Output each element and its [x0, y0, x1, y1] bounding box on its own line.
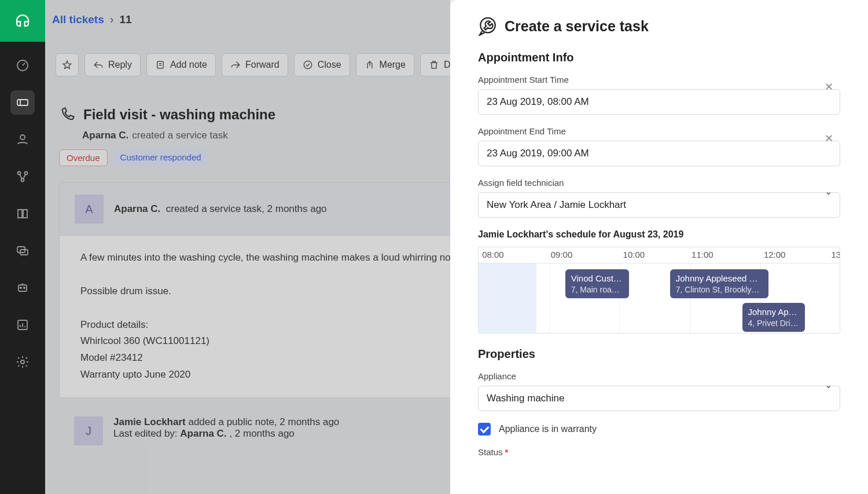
nav-org[interactable] [10, 164, 35, 189]
hour-label: 11:00 [692, 250, 713, 259]
gear-icon [16, 355, 30, 369]
warranty-checkbox[interactable] [478, 423, 491, 436]
appliance-select[interactable] [478, 386, 840, 411]
breadcrumb-id: 11 [119, 13, 131, 26]
nav-tickets[interactable] [10, 90, 35, 115]
merge-icon [365, 60, 375, 70]
panel-title: Create a service task [478, 16, 840, 36]
nav-reports[interactable] [10, 313, 35, 337]
check-circle-icon [303, 60, 313, 70]
ticket-icon [16, 96, 30, 109]
technician-select[interactable] [478, 192, 840, 218]
warranty-label: Appliance is in warranty [499, 424, 597, 434]
label-start-time: Appointment Start Time [478, 75, 840, 85]
chat-icon [16, 244, 30, 258]
merge-button[interactable]: Merge [356, 53, 414, 76]
add-note-button[interactable]: Add note [146, 53, 216, 76]
breadcrumb-root[interactable]: All tickets [52, 13, 104, 26]
chart-icon [16, 318, 30, 332]
svg-point-9 [20, 287, 21, 288]
nodes-icon [16, 170, 30, 184]
nav-dashboard[interactable] [10, 53, 35, 78]
hour-label: 08:00 [482, 250, 504, 259]
close-button[interactable]: Close [294, 53, 350, 76]
gauge-icon [16, 58, 30, 72]
forward-icon [230, 60, 241, 70]
note-icon [155, 60, 165, 70]
star-icon [62, 60, 72, 70]
nav-book[interactable] [10, 202, 35, 226]
nav-chat[interactable] [10, 239, 35, 263]
svg-point-2 [20, 135, 25, 140]
tag-customer-responded: Customer responded [113, 149, 208, 166]
star-button[interactable] [56, 53, 79, 76]
ticket-title: Field visit - washing machine [83, 107, 275, 123]
hour-label: 13 [831, 250, 840, 259]
hour-label: 12:00 [764, 250, 786, 259]
trash-icon [429, 60, 439, 70]
person-icon [16, 133, 30, 147]
avatar: J [74, 416, 103, 445]
end-time-input[interactable] [478, 141, 840, 166]
left-nav [0, 0, 45, 494]
schedule-label: Jamie Lockhart's schedule for August 23,… [478, 229, 840, 240]
chevron-down-icon: ⌄ [825, 186, 832, 197]
clear-icon[interactable]: ✕ [825, 82, 833, 92]
reply-button[interactable]: Reply [84, 53, 141, 76]
hour-label: 09:00 [551, 250, 573, 259]
svg-point-10 [24, 287, 25, 288]
schedule-event[interactable]: Johnny Appl…4, Privet Dri… [742, 303, 805, 332]
svg-rect-1 [17, 100, 28, 105]
clear-icon[interactable]: ✕ [825, 133, 833, 144]
svg-point-14 [304, 61, 312, 69]
svg-point-12 [21, 360, 24, 364]
tag-overdue: Overdue [59, 149, 108, 166]
headset-icon [14, 12, 31, 30]
wrench-bubble-icon [478, 16, 498, 36]
toolbar: Reply Add note Forward Close Merge Delet… [56, 53, 508, 76]
avatar: A [75, 195, 104, 224]
schedule-event[interactable]: Vinod Custo…7, Main road… [565, 269, 629, 298]
label-technician: Assign field technician [478, 178, 840, 188]
reply-icon [93, 60, 104, 70]
breadcrumb: All tickets › 11 [52, 13, 132, 26]
phone-icon [59, 107, 75, 123]
section-appointment-info: Appointment Info [478, 51, 840, 64]
nav-contacts[interactable] [10, 127, 35, 152]
app-logo[interactable] [0, 0, 45, 42]
label-appliance: Appliance [478, 371, 840, 381]
nav-settings[interactable] [10, 350, 35, 374]
bot-icon [16, 281, 30, 295]
label-end-time: Appointment End Time [478, 126, 840, 136]
start-time-input[interactable] [478, 89, 840, 115]
nav-bot[interactable] [10, 276, 35, 300]
schedule-event[interactable]: Johnny Appleseed #417, Clinton St, Brook… [670, 269, 768, 298]
schedule-timeline[interactable]: 08:00 09:00 10:00 11:00 12:00 13 Vinod C… [478, 247, 840, 334]
forward-button[interactable]: Forward [222, 53, 288, 76]
chevron-down-icon: ⌄ [825, 379, 832, 390]
section-properties: Properties [478, 347, 840, 361]
chevron-right-icon: › [110, 13, 114, 26]
label-status: Status* [478, 447, 840, 457]
book-icon [16, 207, 30, 221]
create-service-task-panel: ✕ Create a service task Appointment Info… [450, 0, 868, 494]
hour-label: 10:00 [623, 250, 645, 259]
